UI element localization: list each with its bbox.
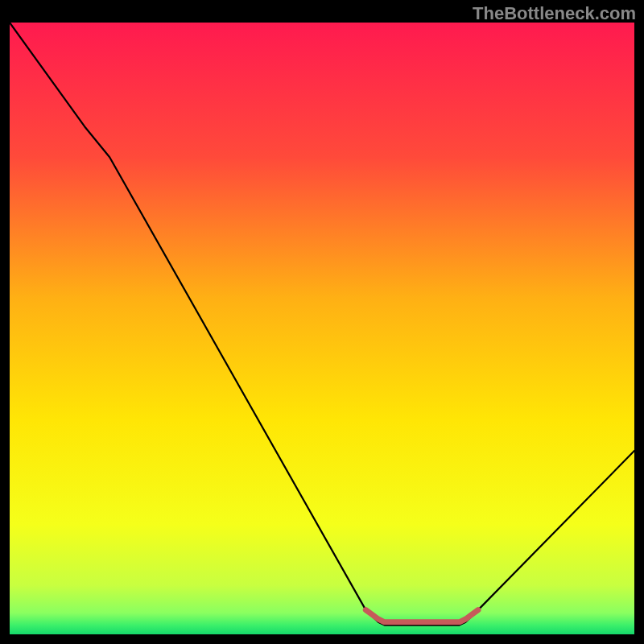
chart-svg: [10, 23, 634, 634]
gradient-background: [10, 23, 634, 634]
plot-area: [10, 23, 634, 634]
chart-container: TheBottleneck.com: [0, 0, 644, 644]
watermark-text: TheBottleneck.com: [473, 3, 636, 24]
